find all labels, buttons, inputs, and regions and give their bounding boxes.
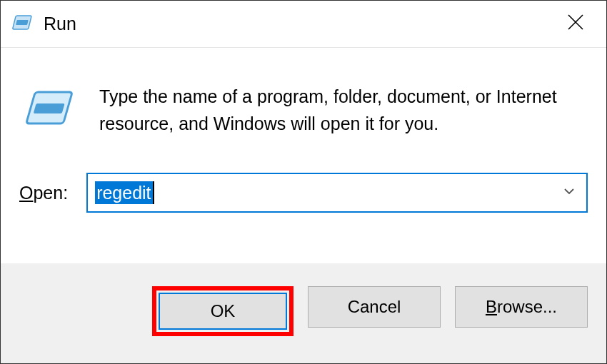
button-bar: OK Cancel Browse... (1, 263, 606, 363)
titlebar: Run (1, 1, 606, 48)
open-input-value[interactable]: regedit (95, 181, 152, 205)
svg-rect-1 (16, 20, 29, 25)
description-text: Type the name of a program, folder, docu… (99, 84, 588, 137)
ok-highlight: OK (152, 286, 294, 336)
browse-hotkey: B (486, 297, 497, 317)
open-row: Open: regedit (19, 173, 588, 213)
cancel-button[interactable]: Cancel (308, 286, 441, 328)
run-dialog: Run Type the name of a progr (0, 0, 607, 364)
open-combobox[interactable]: regedit (86, 173, 588, 213)
browse-rest: rowse... (497, 297, 557, 317)
run-icon (12, 14, 34, 35)
description-row: Type the name of a program, folder, docu… (19, 84, 588, 137)
content: Type the name of a program, folder, docu… (1, 48, 606, 363)
chevron-down-icon[interactable] (562, 184, 576, 201)
svg-rect-5 (34, 103, 65, 113)
ok-button[interactable]: OK (159, 293, 287, 330)
open-label-rest: pen: (33, 183, 68, 203)
browse-button[interactable]: Browse... (455, 286, 588, 328)
open-label-hotkey: O (19, 183, 33, 203)
open-label: Open: (19, 183, 68, 203)
body-area: Type the name of a program, folder, docu… (1, 48, 606, 263)
title-left: Run (12, 14, 76, 35)
close-icon[interactable] (559, 10, 592, 38)
window-title: Run (44, 14, 76, 34)
run-icon (25, 88, 78, 133)
